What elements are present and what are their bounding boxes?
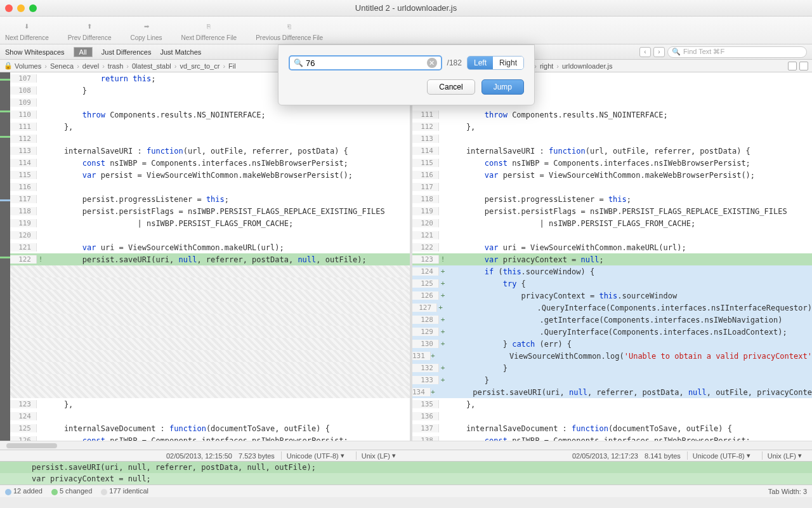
code-line[interactable]: 116 var persist = ViewSourceWithCommon.m… [412,169,812,181]
code-line[interactable] [10,277,410,290]
code-line[interactable]: 126+ privacyContext = this.sourceWindow [412,290,812,302]
code-line[interactable]: 133+ } [412,374,812,386]
code-line[interactable]: 114 const nsIWBP = Components.interfaces… [10,157,410,169]
code-line[interactable]: 118 persist.persistFlags = nsIWBP.PERSIS… [10,205,410,217]
breadcrumb-item[interactable]: Volumes [15,62,41,70]
cancel-button[interactable]: Cancel [427,79,475,95]
show-whitespaces-label[interactable]: Show Whitespaces [5,48,65,56]
code-line[interactable]: 122 var uri = ViewSourceWithCommon.makeU… [412,241,812,253]
scroll-thumb[interactable] [6,443,57,448]
code-line[interactable] [10,314,410,326]
code-line[interactable]: 121 [412,229,812,241]
breadcrumb-item[interactable]: Seneca [50,62,74,70]
code-line[interactable]: 119 persist.persistFlags = nsIWBP.PERSIS… [412,205,812,217]
code-line[interactable] [10,302,410,314]
code-line[interactable]: 138 const nsIWBP = Components.interfaces… [412,434,812,441]
nav-next-button[interactable]: › [653,47,665,57]
code-line[interactable]: 119 | nsIWBP.PERSIST_FLAGS_FROM_CACHE; [10,217,410,229]
code-line[interactable]: 125 internalSaveDocument : function(docu… [10,422,410,434]
code-line[interactable]: 113 internalSaveURI : function(url, outF… [10,145,410,157]
right-code[interactable]: his;111 throw Components.results.NS_NOIN… [412,72,812,441]
code-line[interactable]: 110 throw Components.results.NS_NOINTERF… [10,109,410,121]
code-line[interactable]: 121 var uri = ViewSourceWithCommon.makeU… [10,241,410,253]
horizontal-scrollbar[interactable] [0,441,812,450]
code-line[interactable]: 135 }, [412,398,812,410]
code-line[interactable]: 136 [412,410,812,422]
code-line[interactable] [10,362,410,374]
code-line[interactable]: 126 const nsIWBP = Components.interfaces… [10,434,410,441]
code-line[interactable]: 113 [412,133,812,145]
goto-line-input[interactable] [306,58,424,68]
code-line[interactable]: 125+ try { [412,277,812,290]
clear-icon[interactable]: ✕ [427,58,437,68]
filter-all-button[interactable]: All [74,47,93,57]
code-line[interactable]: 129+ .QueryInterface(Components.interfac… [412,326,812,338]
code-line[interactable]: 134+ persist.saveURI(uri, null, referrer… [412,386,812,398]
breadcrumb-item[interactable]: trash [108,62,123,70]
jump-button[interactable]: Jump [481,79,524,95]
code-line[interactable]: 132+ } [412,362,812,374]
prev-difference-file-button[interactable]: ⎗Previous Difference File [256,19,323,41]
tab-width-label[interactable]: Tab Width: 3 [768,488,807,495]
code-line[interactable] [10,265,410,277]
code-line[interactable]: 117 persist.progressListener = this; [10,193,410,205]
right-encoding[interactable]: Unicode (UTF-8)▾ [687,451,756,460]
code-line[interactable]: 128+ .getInterface(Components.interfaces… [412,314,812,326]
breadcrumb-item[interactable]: vd_src_to_cr [180,62,219,70]
breadcrumb-item[interactable]: 0latest_stabl [132,62,171,70]
just-differences-label[interactable]: Just Differences [102,48,152,56]
code-line[interactable]: 112 [10,133,410,145]
overview-ruler-left[interactable] [0,72,10,441]
code-line[interactable] [10,374,410,386]
next-difference-button[interactable]: ⬇Next Difference [5,19,49,41]
view-mode-icon[interactable] [788,62,797,70]
code-line[interactable]: 114 internalSaveURI : function(url, outF… [412,145,812,157]
code-line[interactable]: 117 [412,181,812,193]
code-line[interactable]: 120 [10,229,410,241]
breadcrumb-item[interactable]: devel [82,62,99,70]
file-up-icon: ⎗ [282,19,296,33]
breadcrumb-item[interactable]: right [540,62,553,70]
left-code[interactable]: 107 return this;108 }109110 throw Compon… [10,72,410,441]
code-line[interactable]: 111 throw Components.results.NS_NOINTERF… [412,109,812,121]
find-text-input[interactable]: 🔍 Find Text ⌘F [667,46,807,58]
segment-right-button[interactable]: Right [493,57,523,69]
right-eol[interactable]: Unix (LF)▾ [762,451,807,460]
code-line[interactable]: 130+ } catch (err) { [412,338,812,350]
breadcrumb-item[interactable]: Fil [228,62,236,70]
breadcrumb-item[interactable]: urldownloader.js [562,62,613,70]
code-line[interactable]: 123! var privacyContext = null; [412,253,812,265]
code-line[interactable]: 115 var persist = ViewSourceWithCommon.m… [10,169,410,181]
code-line[interactable]: 127+ .QueryInterface(Components.interfac… [412,302,812,314]
nav-prev-button[interactable]: ‹ [639,47,651,57]
code-line[interactable] [10,290,410,302]
just-matches-label[interactable]: Just Matches [160,48,201,56]
code-line[interactable] [10,338,410,350]
code-line[interactable]: 111 }, [10,121,410,133]
code-text: var persist = ViewSourceWithCommon.makeW… [447,171,812,180]
code-line[interactable]: 122! persist.saveURI(uri, null, referrer… [10,253,410,265]
save-icon[interactable] [799,62,808,70]
segment-left-button[interactable]: Left [468,57,493,69]
left-eol[interactable]: Unix (LF)▾ [356,451,401,460]
copy-lines-button[interactable]: ➡Copy Lines [131,19,162,41]
code-line[interactable] [10,326,410,338]
code-text: | nsIWBP.PERSIST_FLAGS_FROM_CACHE; [447,219,812,228]
code-line[interactable]: 137 internalSaveDocument : function(docu… [412,422,812,434]
code-line[interactable]: 124+ if (this.sourceWindow) { [412,265,812,277]
code-line[interactable] [10,350,410,362]
code-line[interactable]: 116 [10,181,410,193]
code-line[interactable]: 124 [10,410,410,422]
code-line[interactable]: 118 persist.progressListener = this; [412,193,812,205]
prev-difference-button[interactable]: ⬆Prev Difference [68,19,112,41]
code-line[interactable]: 120 | nsIWBP.PERSIST_FLAGS_FROM_CACHE; [412,217,812,229]
code-line[interactable]: 131+ ViewSourceWithCommon.log('Unable to… [412,350,812,362]
code-line[interactable]: 112 }, [412,121,812,133]
code-text: var privacyContext = null; [447,255,812,264]
code-line[interactable]: 115 const nsIWBP = Components.interfaces… [412,157,812,169]
next-difference-file-button[interactable]: ⎘Next Difference File [181,19,237,41]
code-text: }, [447,400,812,409]
code-line[interactable]: 123 }, [10,398,410,410]
left-encoding[interactable]: Unicode (UTF-8)▾ [281,451,350,460]
code-line[interactable] [10,386,410,398]
